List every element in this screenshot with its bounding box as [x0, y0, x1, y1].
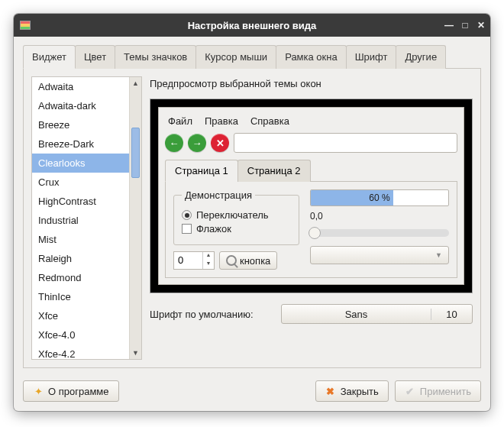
list-item[interactable]: Clearlooks: [32, 154, 129, 173]
preview-label: Предпросмотр выбранной темы окон: [150, 76, 473, 92]
star-icon: ✦: [33, 386, 44, 396]
scale-slider[interactable]: [310, 229, 449, 237]
stop-icon[interactable]: ✕: [211, 134, 229, 152]
spin-up-icon[interactable]: ▲: [203, 252, 214, 260]
demo-legend: Демонстрация: [182, 189, 255, 201]
preview-frame: Файл Правка Справка ← → ✕ Страница 1: [150, 99, 473, 293]
tab-1[interactable]: Цвет: [75, 45, 115, 69]
scale-label: 0,0: [310, 211, 449, 222]
close-icon: ✖: [325, 386, 336, 396]
toolbar-input[interactable]: [234, 133, 457, 153]
combobox[interactable]: ▼: [310, 246, 449, 264]
check-row[interactable]: Флажок: [182, 223, 291, 235]
maximize-button[interactable]: □: [460, 21, 470, 30]
check-label: Флажок: [196, 223, 231, 235]
list-item[interactable]: Industrial: [32, 211, 129, 230]
menu-file[interactable]: Файл: [168, 115, 192, 127]
scroll-up-button[interactable]: ▲: [130, 77, 141, 89]
tab-2[interactable]: Темы значков: [115, 45, 196, 69]
slider-thumb[interactable]: [309, 227, 321, 239]
menu-edit[interactable]: Правка: [205, 115, 238, 127]
list-item[interactable]: HighContrast: [32, 192, 129, 211]
apply-button[interactable]: ✔ Применить: [395, 380, 481, 402]
preview-menubar: Файл Правка Справка: [165, 114, 457, 133]
theme-list-container: AdwaitaAdwaita-darkBreezeBreeze-DarkClea…: [31, 76, 142, 360]
scroll-track[interactable]: [130, 89, 141, 347]
widget-panel: AdwaitaAdwaita-darkBreezeBreeze-DarkClea…: [23, 69, 481, 368]
close-window-button[interactable]: ✕: [477, 21, 486, 30]
preview-toolbar: ← → ✕: [165, 133, 457, 153]
search-icon: [226, 255, 237, 266]
demo-button[interactable]: кнопка: [219, 251, 277, 270]
titlebar[interactable]: Настройка внешнего вида — □ ✕: [14, 14, 490, 37]
radio-label: Переключатель: [196, 209, 269, 221]
font-name: Sans: [282, 309, 431, 320]
about-label: О программе: [48, 386, 109, 397]
list-item[interactable]: Crux: [32, 173, 129, 192]
preview-tab-page2[interactable]: Страница 2: [237, 160, 311, 182]
preview-column: Предпросмотр выбранной темы окон Файл Пр…: [150, 76, 473, 360]
radio-row[interactable]: Переключатель: [182, 209, 291, 221]
back-icon[interactable]: ←: [165, 134, 183, 152]
list-item[interactable]: Mist: [32, 230, 129, 249]
main-tabs: ВиджетЦветТемы значковКурсор мышиРамка о…: [23, 44, 481, 69]
close-label: Закрыть: [341, 386, 379, 397]
font-size: 10: [431, 309, 472, 320]
font-label: Шрифт по умолчанию:: [150, 309, 275, 320]
demo-fieldset: Демонстрация Переключатель Флажок: [173, 189, 299, 245]
progress-bar: 60 %: [310, 189, 449, 206]
forward-icon[interactable]: →: [188, 134, 206, 152]
scrollbar[interactable]: ▲ ▼: [129, 77, 141, 359]
tab-6[interactable]: Другие: [396, 45, 446, 69]
list-item[interactable]: Xfce-4.0: [32, 325, 129, 345]
window-title: Настройка внешнего вида: [188, 20, 317, 31]
list-item[interactable]: Xfce: [32, 306, 129, 325]
list-item[interactable]: Redmond: [32, 268, 129, 287]
tab-0[interactable]: Виджет: [23, 45, 76, 69]
scroll-down-button[interactable]: ▼: [130, 347, 141, 359]
minimize-button[interactable]: —: [444, 21, 454, 30]
main-window: Настройка внешнего вида — □ ✕ ВиджетЦвет…: [14, 14, 490, 411]
menu-help[interactable]: Справка: [250, 115, 289, 127]
spin-down-icon[interactable]: ▼: [203, 260, 214, 269]
list-item[interactable]: Breeze: [32, 115, 129, 134]
demo-button-label: кнопка: [240, 255, 270, 267]
list-item[interactable]: Xfce-4.2: [32, 345, 129, 359]
tab-5[interactable]: Шрифт: [346, 45, 397, 69]
content: ВиджетЦветТемы значковКурсор мышиРамка о…: [14, 37, 490, 374]
radio-icon[interactable]: [182, 210, 192, 220]
app-icon: [20, 21, 31, 30]
scroll-thumb[interactable]: [131, 128, 140, 178]
preview-tab-page1[interactable]: Страница 1: [165, 160, 238, 182]
tab-4[interactable]: Рамка окна: [276, 45, 347, 69]
theme-list[interactable]: AdwaitaAdwaita-darkBreezeBreeze-DarkClea…: [32, 77, 129, 359]
font-row: Шрифт по умолчанию: Sans 10: [150, 304, 473, 324]
spin-value[interactable]: 0: [174, 252, 202, 269]
check-icon: ✔: [405, 386, 415, 396]
about-button[interactable]: ✦ О программе: [23, 380, 119, 402]
dialog-buttons: ✦ О программе ✖ Закрыть ✔ Применить: [14, 374, 490, 411]
progress-text: 60 %: [311, 190, 448, 205]
list-item[interactable]: Breeze-Dark: [32, 134, 129, 154]
close-button[interactable]: ✖ Закрыть: [315, 380, 389, 402]
preview-tab-content: Демонстрация Переключатель Флажок: [165, 182, 457, 278]
spin-button[interactable]: 0 ▲ ▼: [173, 251, 215, 270]
list-item[interactable]: Raleigh: [32, 249, 129, 268]
preview-tabs: Страница 1 Страница 2: [165, 159, 457, 182]
checkbox-icon[interactable]: [182, 224, 192, 234]
tab-3[interactable]: Курсор мыши: [195, 45, 276, 69]
preview-window: Файл Правка Справка ← → ✕ Страница 1: [158, 107, 464, 285]
apply-label: Применить: [420, 386, 471, 397]
list-item[interactable]: Adwaita: [32, 77, 129, 96]
font-button[interactable]: Sans 10: [281, 304, 473, 324]
list-item[interactable]: Adwaita-dark: [32, 96, 129, 115]
list-item[interactable]: ThinIce: [32, 287, 129, 306]
